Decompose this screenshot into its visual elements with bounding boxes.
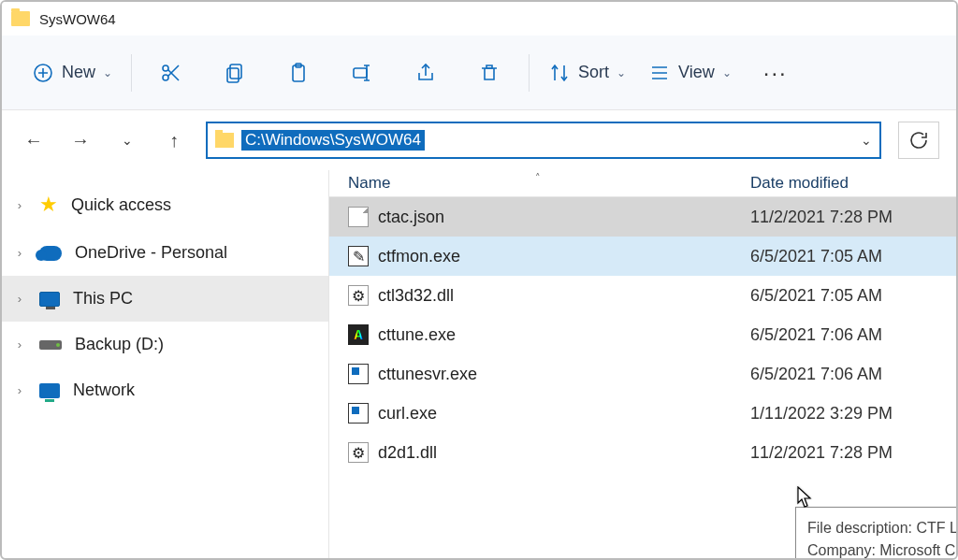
sidebar-item-label: OneDrive - Personal <box>75 243 227 263</box>
toolbar: New ⌄ Sort ⌄ View ⌄ ··· <box>2 36 956 110</box>
column-label: Name <box>348 174 390 192</box>
column-header-date[interactable]: Date modified <box>750 174 956 193</box>
file-tooltip: File description: CTF Loader Company: Mi… <box>795 507 958 560</box>
file-date: 6/5/2021 7:06 AM <box>750 325 956 345</box>
recent-locations-button[interactable]: ⌄ <box>112 125 142 155</box>
file-list-pane: Name ˄ Date modified ctac.json 11/2/2021… <box>329 170 956 558</box>
view-button[interactable]: View ⌄ <box>637 54 743 92</box>
tooltip-line: File description: CTF Loader <box>807 517 958 539</box>
file-exe-icon: A <box>348 324 369 345</box>
clipboard-icon <box>287 62 310 84</box>
file-name: ctl3d32.dll <box>378 286 454 306</box>
file-date: 1/11/2022 3:29 PM <box>750 404 956 424</box>
content-split: › ★ Quick access › OneDrive - Personal ›… <box>2 170 956 558</box>
file-date: 6/5/2021 7:05 AM <box>750 286 956 306</box>
sidebar-item-this-pc[interactable]: › This PC <box>2 276 328 322</box>
file-row[interactable]: ctac.json 11/2/2021 7:28 PM <box>329 197 956 237</box>
cut-button[interactable] <box>139 54 203 92</box>
file-row[interactable]: curl.exe 1/11/2022 3:29 PM <box>329 394 956 433</box>
file-date: 11/2/2021 7:28 PM <box>750 443 956 463</box>
plus-circle-icon <box>32 62 54 84</box>
share-button[interactable] <box>394 54 457 92</box>
copy-icon <box>224 62 246 84</box>
chevron-down-icon: ⌄ <box>617 66 626 79</box>
expand-icon[interactable]: › <box>13 198 26 212</box>
file-name: d2d1.dll <box>378 443 437 463</box>
toolbar-divider <box>131 54 132 92</box>
file-row[interactable]: Acttune.exe 6/5/2021 7:06 AM <box>329 315 956 354</box>
sort-button[interactable]: Sort ⌄ <box>537 54 637 92</box>
sidebar-item-onedrive[interactable]: › OneDrive - Personal <box>2 230 328 276</box>
new-label: New <box>62 63 95 82</box>
file-dll-icon: ⚙ <box>348 285 369 306</box>
trash-icon <box>478 62 501 84</box>
address-bar-row: ← → ⌄ ↑ C:\Windows\SysWOW64 ⌄ <box>2 110 956 170</box>
up-button[interactable]: ↑ <box>159 125 189 155</box>
new-button[interactable]: New ⌄ <box>21 54 123 92</box>
file-exe-icon <box>348 403 369 424</box>
sidebar-item-label: Backup (D:) <box>75 335 164 354</box>
file-exe-icon <box>348 364 369 384</box>
chevron-down-icon[interactable]: ⌄ <box>861 133 872 148</box>
file-row[interactable]: cttunesvr.exe 6/5/2021 7:06 AM <box>329 354 956 394</box>
back-button[interactable]: ← <box>19 125 49 155</box>
delete-button[interactable] <box>457 54 521 92</box>
paste-button[interactable] <box>267 54 330 92</box>
svg-rect-7 <box>230 65 241 79</box>
file-row[interactable]: ✎ctfmon.exe 6/5/2021 7:05 AM <box>329 237 956 276</box>
address-bar[interactable]: C:\Windows\SysWOW64 ⌄ <box>206 122 881 159</box>
title-bar: SysWOW64 <box>2 2 956 36</box>
rename-button[interactable] <box>330 54 394 92</box>
drive-icon <box>39 340 62 350</box>
file-date: 6/5/2021 7:05 AM <box>750 247 956 266</box>
sort-icon <box>548 62 571 84</box>
file-name: ctac.json <box>378 208 444 227</box>
sidebar-item-quick-access[interactable]: › ★ Quick access <box>2 179 328 230</box>
expand-icon[interactable]: › <box>13 337 26 352</box>
ellipsis-icon: ··· <box>763 60 788 86</box>
file-exe-icon: ✎ <box>348 246 369 266</box>
expand-icon[interactable]: › <box>13 292 26 306</box>
view-label: View <box>678 63 715 82</box>
column-header-name[interactable]: Name ˄ <box>348 174 750 193</box>
network-icon <box>39 383 60 398</box>
file-row[interactable]: ⚙d2d1.dll 11/2/2021 7:28 PM <box>329 433 956 472</box>
refresh-icon <box>907 129 930 151</box>
rename-icon <box>351 62 373 84</box>
forward-button[interactable]: → <box>65 125 95 155</box>
column-headers: Name ˄ Date modified <box>329 170 956 197</box>
view-icon <box>648 62 671 84</box>
copy-button[interactable] <box>203 54 267 92</box>
cloud-icon <box>39 246 62 261</box>
tooltip-line: Company: Microsoft Corporation <box>807 539 958 560</box>
chevron-down-icon: ⌄ <box>103 66 112 79</box>
file-date: 11/2/2021 7:28 PM <box>750 208 956 227</box>
file-name: curl.exe <box>378 404 437 424</box>
file-row[interactable]: ⚙ctl3d32.dll 6/5/2021 7:05 AM <box>329 276 956 315</box>
file-name: ctfmon.exe <box>378 247 460 266</box>
window-folder-icon <box>11 11 30 26</box>
chevron-down-icon: ⌄ <box>722 66 732 79</box>
sidebar-item-label: Network <box>73 381 135 400</box>
file-name: cttune.exe <box>378 325 456 345</box>
share-icon <box>414 62 437 84</box>
file-date: 6/5/2021 7:06 AM <box>750 365 956 384</box>
column-label: Date modified <box>750 174 849 192</box>
sidebar-item-label: This PC <box>73 289 133 309</box>
sort-label: Sort <box>578 63 609 82</box>
scissors-icon <box>160 62 182 84</box>
svg-rect-11 <box>354 68 367 78</box>
sidebar-item-network[interactable]: › Network <box>2 367 328 413</box>
file-name: cttunesvr.exe <box>378 365 477 384</box>
sidebar-item-label: Quick access <box>71 195 171 215</box>
navigation-pane: › ★ Quick access › OneDrive - Personal ›… <box>2 170 329 558</box>
window-title: SysWOW64 <box>39 11 116 27</box>
sidebar-item-backup-drive[interactable]: › Backup (D:) <box>2 322 328 367</box>
toolbar-divider <box>529 54 530 92</box>
expand-icon[interactable]: › <box>13 383 26 397</box>
more-button[interactable]: ··· <box>743 52 808 93</box>
refresh-button[interactable] <box>898 122 939 159</box>
expand-icon[interactable]: › <box>13 246 26 260</box>
monitor-icon <box>39 292 60 307</box>
svg-rect-8 <box>227 68 239 82</box>
